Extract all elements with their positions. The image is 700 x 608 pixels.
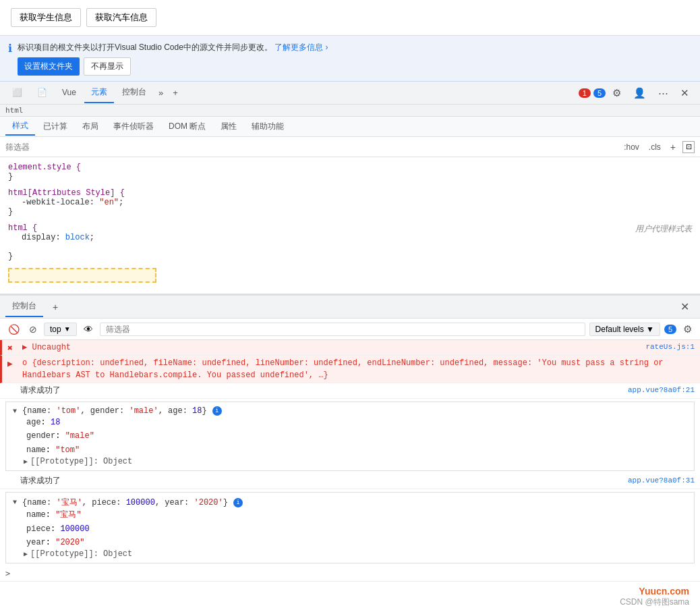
console-success-row-1: 请求成功了 app.vue?8a0f:21: [0, 383, 700, 399]
add-style-btn[interactable]: +: [668, 140, 678, 154]
console-ban-btn[interactable]: ⊘: [26, 323, 40, 336]
devtools-panel: ℹ 标识项目的根文件夹以打开Visual Studio Code中的源文件并同步…: [0, 35, 700, 581]
css-prop-name: -webkit-locale: [22, 198, 90, 207]
console-clear-btn[interactable]: 🚫: [5, 323, 22, 336]
html-breadcrumb: html: [0, 105, 700, 117]
highlight-element: [8, 268, 156, 283]
success-link-1[interactable]: app.vue?8a0f:21: [628, 385, 695, 396]
style-box-btn[interactable]: ⊡: [682, 141, 695, 153]
css-rule-html-attr: html[Attributes Style] { -webkit-locale:…: [8, 188, 692, 217]
info-content: 标识项目的根文件夹以打开Visual Studio Code中的源文件并同步更改…: [18, 41, 328, 76]
console-success-row-2: 请求成功了 app.vue?8a0f:31: [0, 474, 700, 489]
more-tabs[interactable]: »: [154, 85, 167, 101]
close-devtools-btn[interactable]: ✕: [675, 84, 695, 102]
css-comment: 用户代理样式表: [635, 223, 692, 235]
obj-prop-gender: gender: "male": [26, 429, 687, 443]
css-panel: element.style { } html[Attributes Style]…: [0, 157, 700, 294]
add-tab[interactable]: +: [169, 85, 182, 101]
error-icon: ✖: [7, 343, 20, 354]
tab-event-listeners[interactable]: 事件侦听器: [107, 118, 161, 135]
tab-dom-breakpoints[interactable]: DOM 断点: [162, 118, 212, 135]
no-show-btn[interactable]: 不再显示: [84, 57, 131, 76]
close-console-btn[interactable]: ✕: [675, 298, 695, 316]
css-selector: element.style {: [8, 163, 81, 172]
set-root-btn[interactable]: 设置根文件夹: [18, 57, 80, 76]
profile-btn[interactable]: 👤: [628, 84, 651, 102]
obj-header-2[interactable]: ▼ {name: '宝马', piece: 100000, year: '202…: [13, 497, 687, 508]
console-panel: 控制台 + ✕ 🚫 ⊘ top ▼ 👁 Default levels ▼ 5 ⚙…: [0, 294, 700, 581]
css-close-brace3: }: [8, 252, 13, 261]
obj-prop-name2: name: "宝马": [26, 508, 687, 522]
levels-label: Default levels: [595, 325, 644, 334]
console-filter-input[interactable]: [100, 323, 585, 336]
tab-console-top[interactable]: 控制台: [115, 82, 153, 103]
error-content: ▶ Uncaught rateUs.js:1: [20, 341, 695, 354]
css-prop-name-display: display: [22, 233, 55, 242]
css-prop-webkit-locale: -webkit-locale: "en";: [22, 198, 692, 207]
css-rule-html: html { 用户代理样式表 display: block; }: [8, 223, 692, 261]
console-eye-btn[interactable]: 👁: [81, 323, 96, 336]
proto-label-1: [[Prototype]]: Object: [30, 457, 132, 466]
page-top: 获取学生信息 获取汽车信息: [0, 0, 700, 35]
footer: Yuucn.com CSDN @特图sama: [0, 581, 700, 608]
success-text-1: 请求成功了: [20, 386, 61, 395]
console-gear-btn[interactable]: ⚙: [680, 322, 695, 337]
get-student-btn[interactable]: 获取学生信息: [11, 8, 81, 27]
footer-brand: Yuucn.com: [11, 586, 689, 597]
css-rule-element-style: element.style { }: [8, 163, 692, 182]
obj-prop-year: year: "2020": [26, 536, 687, 549]
cls-btn[interactable]: .cls: [646, 141, 664, 153]
css-filter-input[interactable]: [5, 142, 617, 152]
obj-box-2: ▼ {name: '宝马', piece: 100000, year: '202…: [5, 492, 695, 563]
obj-expand-arrow-2[interactable]: ▼: [13, 499, 17, 506]
css-prop-value-display: block: [65, 233, 90, 242]
devtools-main-tabs: ⬜ 📄 Vue 元素 控制台 » + 1 5 ⚙ 👤 ⋯ ✕: [0, 82, 700, 105]
obj-expand-arrow-1[interactable]: ▼: [13, 408, 17, 415]
error-link[interactable]: rateUs.js:1: [645, 341, 695, 353]
console-prompt-row: >: [0, 566, 700, 581]
tab-computed[interactable]: 已计算: [36, 118, 74, 135]
tab-console[interactable]: 控制台: [5, 296, 43, 317]
css-close-brace2: }: [8, 207, 13, 217]
get-car-btn[interactable]: 获取汽车信息: [86, 8, 156, 27]
add-console-tab[interactable]: +: [47, 299, 63, 315]
tab-accessibility[interactable]: 辅助功能: [245, 118, 291, 135]
obj-prop-name: name: "tom": [26, 443, 687, 457]
obj-info-btn-2[interactable]: i: [233, 498, 243, 507]
proto-arrow-2: ▶: [24, 550, 28, 558]
obj-proto-1[interactable]: ▶ [[Prototype]]: Object: [24, 457, 687, 466]
info-link[interactable]: 了解更多信息 ›: [274, 43, 328, 52]
warning-badge: 5: [593, 88, 606, 98]
tab-screen[interactable]: ⬜: [5, 84, 29, 103]
tab-properties[interactable]: 属性: [214, 118, 243, 135]
more-btn[interactable]: ⋯: [653, 84, 674, 102]
console-badge: 5: [664, 325, 676, 334]
tab-elements[interactable]: 元素: [84, 82, 114, 103]
error-indent-icon: ▶: [7, 358, 20, 369]
success-link-2[interactable]: app.vue?8a0f:31: [628, 475, 695, 487]
tab-doc[interactable]: 📄: [30, 84, 54, 103]
settings-btn[interactable]: ⚙: [607, 84, 626, 102]
obj-info-btn-1[interactable]: i: [212, 406, 222, 416]
css-close-brace: }: [8, 172, 13, 182]
footer-sub: CSDN @特图sama: [11, 597, 689, 608]
info-icon: ℹ: [8, 42, 12, 55]
console-context-selector[interactable]: top ▼: [44, 323, 77, 336]
proto-label-2: [[Prototype]]: Object: [30, 549, 132, 559]
obj-header-1[interactable]: ▼ {name: 'tom', gender: 'male', age: 18}…: [13, 406, 687, 416]
tab-layout[interactable]: 布局: [76, 118, 105, 135]
console-caret: >: [5, 569, 10, 578]
success-content-1: 请求成功了 app.vue?8a0f:21: [18, 385, 695, 397]
console-error-detail: ▶ o {description: undefined, fileName: u…: [0, 356, 700, 383]
obj-summary-1: {name: 'tom', gender: 'male', age: 18}: [22, 406, 207, 416]
obj-prop-piece: piece: 100000: [26, 522, 687, 536]
console-error-row: ✖ ▶ Uncaught rateUs.js:1: [0, 340, 700, 356]
proto-arrow-1: ▶: [24, 458, 28, 466]
tab-vue[interactable]: Vue: [55, 84, 83, 103]
tab-styles[interactable]: 样式: [5, 117, 35, 136]
console-levels-btn[interactable]: Default levels ▼: [589, 323, 660, 336]
css-prop-value: "en": [99, 198, 119, 207]
hov-btn[interactable]: :hov: [621, 141, 642, 153]
info-bar: ℹ 标识项目的根文件夹以打开Visual Studio Code中的源文件并同步…: [0, 36, 700, 82]
obj-proto-2[interactable]: ▶ [[Prototype]]: Object: [24, 549, 687, 559]
